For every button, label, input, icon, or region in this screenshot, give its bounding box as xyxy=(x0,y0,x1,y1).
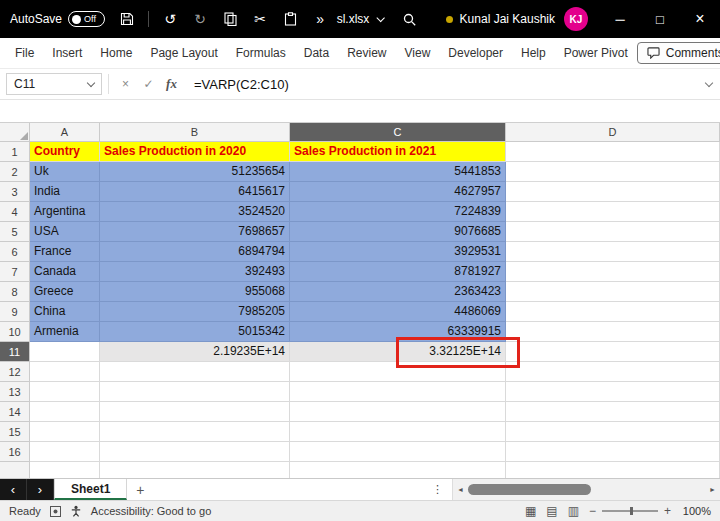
cancel-icon[interactable]: × xyxy=(115,77,136,91)
cell-b11[interactable]: 2.19235E+14 xyxy=(100,342,290,362)
cell-c15[interactable] xyxy=(290,422,506,442)
cut-icon[interactable]: ✂ xyxy=(248,4,272,34)
cell-a11[interactable] xyxy=(30,342,100,362)
ribbon-tab-insert[interactable]: Insert xyxy=(43,38,91,68)
cell-d5[interactable] xyxy=(506,222,720,242)
zoom-in-icon[interactable]: + xyxy=(664,504,671,518)
add-sheet-button[interactable]: + xyxy=(127,479,153,500)
cell-b2[interactable]: 51235654 xyxy=(100,162,290,182)
cell-a4[interactable]: Argentina xyxy=(30,202,100,222)
cell-a6[interactable]: France xyxy=(30,242,100,262)
redo-icon[interactable]: ↻ xyxy=(188,4,212,34)
zoom-knob[interactable] xyxy=(630,507,633,515)
cell-b10[interactable]: 5015342 xyxy=(100,322,290,342)
next-sheet-button[interactable]: › xyxy=(27,479,54,500)
cell-b14[interactable] xyxy=(100,402,290,422)
cell-b5[interactable]: 7698657 xyxy=(100,222,290,242)
avatar[interactable]: KJ xyxy=(564,7,588,31)
cell-b16[interactable] xyxy=(100,442,290,462)
cell-d9[interactable] xyxy=(506,302,720,322)
cell-a8[interactable]: Greece xyxy=(30,282,100,302)
cell-d6[interactable] xyxy=(506,242,720,262)
cell-d3[interactable] xyxy=(506,182,720,202)
cell-c11[interactable]: 3.32125E+14 xyxy=(290,342,506,362)
zoom-track[interactable] xyxy=(602,510,658,512)
cell-b13[interactable] xyxy=(100,382,290,402)
row-header-15[interactable]: 15 xyxy=(0,422,30,442)
cell-br17[interactable] xyxy=(100,462,290,478)
cell-cr17[interactable] xyxy=(290,462,506,478)
cell-c14[interactable] xyxy=(290,402,506,422)
prev-sheet-button[interactable]: ‹ xyxy=(0,479,27,500)
cell-a16[interactable] xyxy=(30,442,100,462)
row-header-11[interactable]: 11 xyxy=(0,342,30,362)
cell-c16[interactable] xyxy=(290,442,506,462)
ribbon-tab-review[interactable]: Review xyxy=(338,38,395,68)
autosave-switch[interactable]: Off xyxy=(68,11,105,27)
scroll-right-icon[interactable]: ► xyxy=(709,486,716,493)
formula-input[interactable]: =VARP(C2:C10) xyxy=(194,77,289,92)
page-layout-view-icon[interactable]: ▤ xyxy=(546,504,557,518)
sheet-tab-sheet1[interactable]: Sheet1 xyxy=(54,479,127,500)
cell-b3[interactable]: 6415617 xyxy=(100,182,290,202)
cell-c4[interactable]: 7224839 xyxy=(290,202,506,222)
cell-d4[interactable] xyxy=(506,202,720,222)
cell-b9[interactable]: 7985205 xyxy=(100,302,290,322)
scrollbar-thumb[interactable] xyxy=(468,484,591,495)
cell-c6[interactable]: 3929531 xyxy=(290,242,506,262)
horizontal-scrollbar[interactable]: ◄ ► xyxy=(452,479,720,500)
ribbon-tab-page-layout[interactable]: Page Layout xyxy=(141,38,226,68)
column-header-b[interactable]: B xyxy=(100,123,290,142)
cell-d16[interactable] xyxy=(506,442,720,462)
row-header-16[interactable]: 16 xyxy=(0,442,30,462)
cell-d11[interactable] xyxy=(506,342,720,362)
ribbon-tab-home[interactable]: Home xyxy=(91,38,141,68)
cell-a12[interactable] xyxy=(30,362,100,382)
save-icon[interactable] xyxy=(115,4,139,34)
document-title[interactable]: sl.xlsx xyxy=(337,12,384,26)
row-header-1[interactable]: 1 xyxy=(0,142,30,162)
row-header-x[interactable] xyxy=(0,462,30,478)
cell-a3[interactable]: India xyxy=(30,182,100,202)
ribbon-tab-power-pivot[interactable]: Power Pivot xyxy=(555,38,637,68)
cell-b12[interactable] xyxy=(100,362,290,382)
row-header-7[interactable]: 7 xyxy=(0,262,30,282)
cell-c9[interactable]: 4486069 xyxy=(290,302,506,322)
cell-a14[interactable] xyxy=(30,402,100,422)
comments-button[interactable]: Comments xyxy=(637,42,720,64)
column-header-a[interactable]: A xyxy=(30,123,100,142)
cell-d10[interactable] xyxy=(506,322,720,342)
row-header-14[interactable]: 14 xyxy=(0,402,30,422)
row-header-4[interactable]: 4 xyxy=(0,202,30,222)
zoom-out-icon[interactable]: − xyxy=(589,504,596,518)
column-header-d[interactable]: D xyxy=(506,123,720,142)
cell-d12[interactable] xyxy=(506,362,720,382)
row-header-5[interactable]: 5 xyxy=(0,222,30,242)
search-icon[interactable] xyxy=(398,4,422,34)
ribbon-tab-help[interactable]: Help xyxy=(512,38,555,68)
cell-d13[interactable] xyxy=(506,382,720,402)
row-header-9[interactable]: 9 xyxy=(0,302,30,322)
more-commands-icon[interactable]: » xyxy=(308,4,332,34)
autosave-toggle[interactable]: AutoSave Off xyxy=(10,11,105,27)
row-header-10[interactable]: 10 xyxy=(0,322,30,342)
cell-ar17[interactable] xyxy=(30,462,100,478)
cell-b15[interactable] xyxy=(100,422,290,442)
formula-bar-expand-icon[interactable] xyxy=(705,78,713,86)
scroll-left-icon[interactable]: ◄ xyxy=(457,486,464,493)
cell-b7[interactable]: 392493 xyxy=(100,262,290,282)
cell-d14[interactable] xyxy=(506,402,720,422)
cell-c1[interactable]: Sales Production in 2021 xyxy=(290,142,506,162)
name-box[interactable]: C11 xyxy=(6,73,102,95)
row-header-13[interactable]: 13 xyxy=(0,382,30,402)
cell-c13[interactable] xyxy=(290,382,506,402)
cell-b4[interactable]: 3524520 xyxy=(100,202,290,222)
cell-d7[interactable] xyxy=(506,262,720,282)
scrollbar-track[interactable] xyxy=(468,484,705,496)
user-name[interactable]: Kunal Jai Kaushik xyxy=(460,12,555,26)
row-header-2[interactable]: 2 xyxy=(0,162,30,182)
paste-icon[interactable] xyxy=(278,4,302,34)
cell-b8[interactable]: 955068 xyxy=(100,282,290,302)
copy-icon[interactable] xyxy=(218,4,242,34)
cell-c7[interactable]: 8781927 xyxy=(290,262,506,282)
